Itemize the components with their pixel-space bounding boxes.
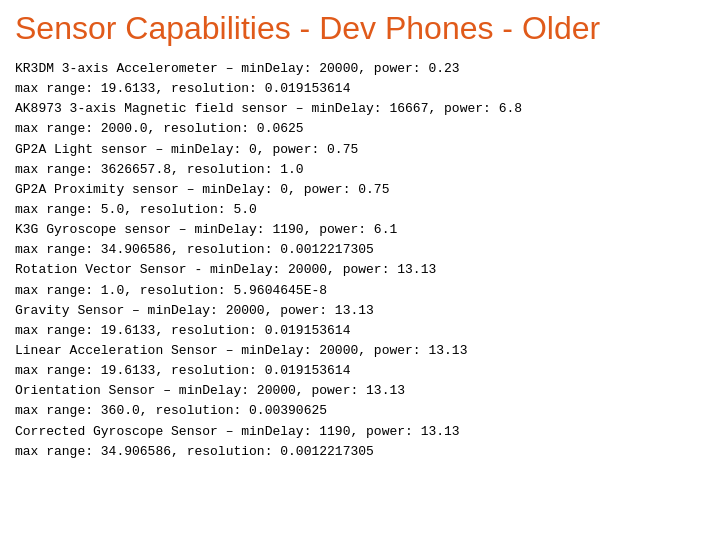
sensor-content: KR3DM 3-axis Accelerometer – minDelay: 2… xyxy=(15,59,705,462)
app-container: Sensor Capabilities - Dev Phones - Older… xyxy=(0,0,720,540)
page-title: Sensor Capabilities - Dev Phones - Older xyxy=(15,10,705,47)
